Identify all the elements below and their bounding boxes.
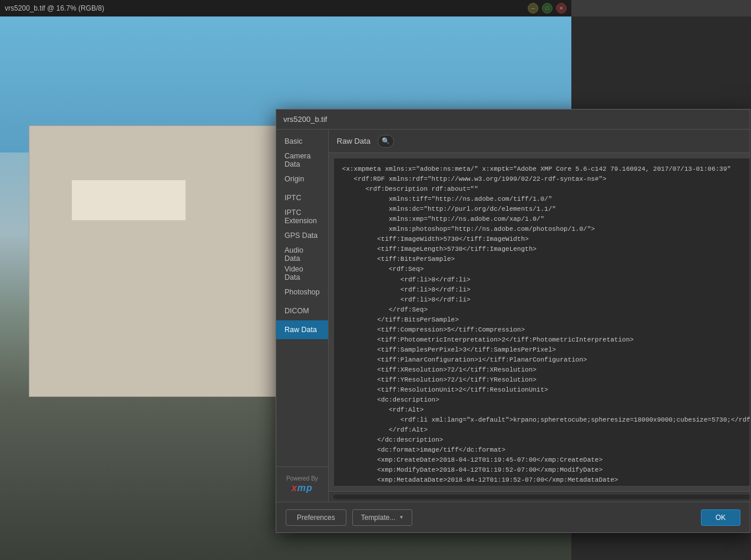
xmp-dialog: vrs5200_b.tif Basic Camera Data Origin I… [276,109,750,533]
sidebar-item-audio-data[interactable]: Audio Data [276,245,328,264]
sidebar-item-raw-data[interactable]: Raw Data [276,320,328,339]
raw-data-display[interactable]: <x:xmpmeta xmlns:x="adobe:ns:meta/" x:xm… [333,158,750,486]
preferences-button[interactable]: Preferences [286,509,346,526]
sidebar-item-video-data[interactable]: Video Data [276,264,328,283]
xmp-logo-x: x [292,483,297,493]
xmp-logo: xmp [292,483,313,493]
horizontal-scrollbar[interactable] [329,491,750,502]
sidebar-item-dicom[interactable]: DICOM [276,301,328,320]
search-button[interactable]: 🔍 [378,135,394,148]
template-button[interactable]: Template... ▼ [352,509,413,526]
sidebar-item-iptc[interactable]: IPTC [276,188,328,207]
ok-button[interactable]: OK [701,509,740,526]
dialog-sidebar: Basic Camera Data Origin IPTC IPTC Exten… [276,130,329,502]
sidebar-item-camera-data[interactable]: Camera Data [276,151,328,170]
sidebar-item-iptc-extension[interactable]: IPTC Extension [276,207,328,226]
building [29,125,315,397]
dialog-title-bar: vrs5200_b.tif [276,110,750,130]
xmp-logo-mp: mp [297,483,313,493]
dialog-title: vrs5200_b.tif [283,115,327,124]
title-bar-title: vrs5200_b.tif @ 16.7% (RGB/8) [5,4,528,12]
powered-by-label: Powered By [286,475,318,482]
sidebar-item-photoshop[interactable]: Photoshop [276,283,328,301]
sidebar-item-basic[interactable]: Basic [276,132,328,151]
title-bar: vrs5200_b.tif @ 16.7% (RGB/8) ─ □ ✕ [0,0,571,16]
dialog-main-content: Raw Data 🔍 <x:xmpmeta xmlns:x="adobe:ns:… [329,130,750,502]
dialog-footer: Preferences Template... ▼ OK [276,502,750,532]
maximize-button[interactable]: □ [542,3,553,14]
sidebar-item-gps-data[interactable]: GPS Data [276,226,328,245]
dialog-body: Basic Camera Data Origin IPTC IPTC Exten… [276,130,750,502]
window-controls: ─ □ ✕ [528,3,567,14]
content-section-title: Raw Data [337,137,370,145]
content-header: Raw Data 🔍 [329,130,750,153]
minimize-button[interactable]: ─ [528,3,538,14]
xmp-powered-section: Powered By xmp [276,466,328,502]
search-icon: 🔍 [382,137,390,145]
template-button-label: Template... [361,513,396,522]
building-sign [72,180,186,221]
close-button[interactable]: ✕ [556,3,567,14]
chevron-down-icon: ▼ [399,515,403,520]
sidebar-item-origin[interactable]: Origin [276,170,328,188]
scrollbar-track[interactable] [333,495,750,499]
